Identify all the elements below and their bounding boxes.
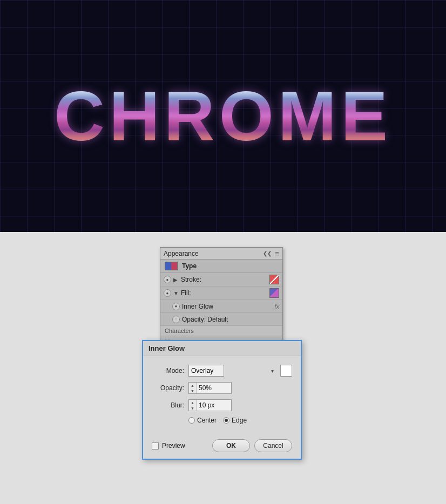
opacity-row: Opacity: ▲ ▼ 50% [152, 382, 292, 394]
lower-area: Appearance ❮❮ ≡ Type ▶ Stroke: ▼ Fill: [0, 232, 446, 504]
opacity-up-arrow[interactable]: ▲ [189, 383, 196, 388]
type-label: Type [182, 262, 197, 270]
edge-radio-option[interactable]: Edge [223, 417, 247, 424]
blur-row: Blur: ▲ ▼ 10 px [152, 399, 292, 411]
stroke-color-swatch[interactable] [269, 275, 279, 284]
blur-value[interactable]: 10 px [197, 401, 231, 409]
glow-color-swatch[interactable] [280, 365, 292, 377]
panel-collapse-button[interactable]: ❮❮ [263, 250, 272, 256]
stroke-row[interactable]: ▶ Stroke: [160, 273, 282, 287]
edge-label: Edge [232, 417, 247, 424]
opacity-down-arrow[interactable]: ▼ [189, 388, 196, 393]
fill-opacity-row: Opacity: Default [160, 313, 282, 326]
inner-glow-row[interactable]: Inner Glow fx [160, 300, 282, 313]
mode-label: Mode: [152, 367, 184, 374]
stroke-label: Stroke: [181, 276, 267, 283]
mode-row: Mode: Overlay Normal Screen Multiply [152, 365, 292, 377]
panel-titlebar: Appearance ❮❮ ≡ [160, 248, 282, 260]
opacity-label: Opacity: [152, 384, 184, 392]
canvas-area: CHROME [0, 0, 446, 232]
inner-glow-label: Inner Glow [182, 303, 272, 310]
center-radio[interactable] [188, 417, 195, 424]
fill-opacity-visibility-icon[interactable] [172, 316, 180, 323]
dialog-footer: Preview OK Cancel [143, 436, 301, 459]
blur-arrows[interactable]: ▲ ▼ [189, 400, 197, 411]
stroke-expand-arrow[interactable]: ▶ [173, 277, 179, 283]
inner-glow-visibility-icon[interactable] [172, 303, 180, 310]
blur-up-arrow[interactable]: ▲ [189, 400, 196, 405]
panel-controls: ❮❮ ≡ [263, 249, 279, 258]
center-label: Center [197, 417, 217, 424]
chrome-text-container: CHROME [0, 81, 446, 151]
blur-down-arrow[interactable]: ▼ [189, 405, 196, 411]
center-radio-option[interactable]: Center [188, 417, 217, 424]
stroke-visibility-icon[interactable] [164, 276, 171, 283]
fill-visibility-icon[interactable] [164, 289, 171, 297]
inner-glow-fx-badge: fx [274, 303, 279, 310]
blur-spinner[interactable]: ▲ ▼ 10 px [188, 399, 232, 411]
mode-select[interactable]: Overlay Normal Screen Multiply [188, 365, 224, 377]
characters-section-header: Characters [160, 326, 282, 336]
cancel-button[interactable]: Cancel [254, 439, 292, 452]
fill-row[interactable]: ▼ Fill: [160, 287, 282, 300]
preview-checkbox-area[interactable]: Preview [152, 442, 208, 449]
blur-label: Blur: [152, 401, 184, 409]
fill-opacity-label: Opacity: Default [182, 316, 279, 323]
preview-label: Preview [162, 442, 185, 449]
ok-button[interactable]: OK [212, 439, 250, 452]
fill-label: Fill: [181, 289, 267, 297]
dialog-titlebar: Inner Glow [143, 341, 301, 356]
edge-radio[interactable] [223, 417, 229, 424]
inner-glow-dialog: Inner Glow Mode: Overlay Normal Screen M… [142, 340, 302, 460]
panel-title: Appearance [164, 250, 199, 257]
opacity-arrows[interactable]: ▲ ▼ [189, 383, 197, 393]
type-row: Type [160, 260, 282, 273]
dialog-title: Inner Glow [148, 344, 185, 352]
mode-select-wrapper[interactable]: Overlay Normal Screen Multiply [188, 365, 276, 377]
type-icon [165, 262, 178, 270]
characters-label: Characters [165, 328, 194, 334]
dialog-content: Mode: Overlay Normal Screen Multiply Opa… [143, 356, 301, 436]
source-radio-group: Center Edge [188, 417, 292, 424]
panel-menu-button[interactable]: ≡ [275, 249, 279, 258]
opacity-value[interactable]: 50% [197, 384, 231, 392]
opacity-spinner[interactable]: ▲ ▼ 50% [188, 382, 232, 394]
fill-expand-arrow[interactable]: ▼ [173, 290, 179, 296]
fill-color-swatch[interactable] [269, 288, 279, 298]
preview-checkbox[interactable] [152, 442, 159, 449]
chrome-text: CHROME [0, 81, 446, 151]
